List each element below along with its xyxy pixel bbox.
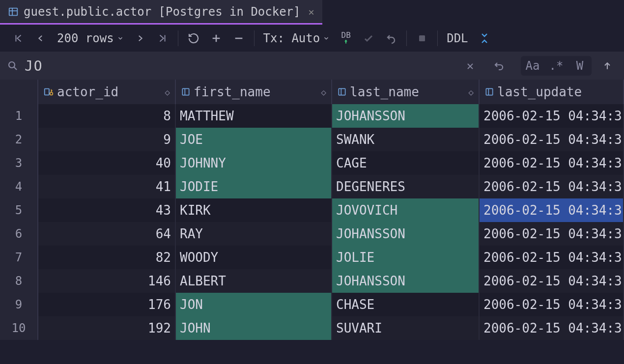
cell-actor-id[interactable]: 9 (38, 128, 176, 151)
table-row[interactable]: 18MATTHEWJOHANSSON2006-02-15 04:34:3 (0, 104, 624, 128)
cell-first-name[interactable]: JOE (176, 128, 332, 151)
table-row[interactable]: 340JOHNNYCAGE2006-02-15 04:34:3 (0, 151, 624, 175)
match-case-toggle[interactable]: Aa (521, 56, 544, 76)
table-row[interactable]: 29JOESWANK2006-02-15 04:34:3 (0, 128, 624, 151)
db-submit-button[interactable]: DB (335, 28, 357, 48)
cell-last-update[interactable]: 2006-02-15 04:34:3 (480, 128, 624, 151)
cell-last-name[interactable]: SWANK (332, 128, 480, 151)
clear-search-button[interactable]: ✕ (459, 56, 482, 76)
row-number[interactable]: 4 (0, 175, 38, 198)
cell-actor-id[interactable]: 146 (38, 269, 176, 293)
cell-actor-id[interactable]: 8 (38, 104, 176, 128)
cell-last-update[interactable]: 2006-02-15 04:34:3 (480, 175, 624, 198)
row-number[interactable]: 1 (0, 104, 38, 128)
cell-actor-id[interactable]: 82 (38, 246, 176, 269)
row-number[interactable]: 8 (0, 269, 38, 293)
cell-first-name[interactable]: JODIE (176, 175, 332, 198)
row-number[interactable]: 3 (0, 151, 38, 175)
first-page-button[interactable] (7, 28, 29, 48)
cell-last-update[interactable]: 2006-02-15 04:34:3 (480, 198, 624, 222)
cell-actor-id[interactable]: 41 (38, 175, 176, 198)
sort-icon[interactable]: ◇ (165, 87, 170, 97)
gutter-header[interactable] (0, 80, 38, 104)
reload-button[interactable] (182, 28, 205, 48)
cell-last-name[interactable]: JOHANSSON (332, 104, 480, 128)
cell-last-name[interactable]: SUVARI (332, 316, 480, 340)
table-row[interactable]: 8146ALBERTJOHANSSON2006-02-15 04:34:3 (0, 269, 624, 293)
sort-icon[interactable]: ◇ (321, 87, 326, 97)
move-up-button[interactable] (596, 56, 619, 76)
row-number[interactable]: 6 (0, 222, 38, 246)
cell-first-name[interactable]: JON (176, 293, 332, 316)
cell-last-name[interactable]: JOVOVICH (332, 198, 480, 222)
regex-toggle[interactable]: .* (544, 56, 568, 76)
separator (406, 30, 407, 46)
cell-last-update[interactable]: 2006-02-15 04:34:3 (480, 246, 624, 269)
row-number[interactable]: 2 (0, 128, 38, 151)
cell-last-name[interactable]: CHASE (332, 293, 480, 316)
table-row[interactable]: 782WOODYJOLIE2006-02-15 04:34:3 (0, 246, 624, 269)
cell-last-update[interactable]: 2006-02-15 04:34:3 (480, 293, 624, 316)
cell-actor-id[interactable]: 64 (38, 222, 176, 246)
table-row[interactable]: 441JODIEDEGENERES2006-02-15 04:34:3 (0, 175, 624, 198)
table-row[interactable]: 543KIRKJOVOVICH2006-02-15 04:34:3 (0, 198, 624, 222)
cell-first-name[interactable]: JOHN (176, 316, 332, 340)
data-grid: actor_id ◇ first_name ◇ last_name ◇ last… (0, 80, 624, 340)
cell-last-name[interactable]: DEGENERES (332, 175, 480, 198)
cell-last-name[interactable]: JOLIE (332, 246, 480, 269)
commit-button[interactable] (357, 28, 380, 48)
column-header-first-name[interactable]: first_name ◇ (176, 80, 332, 104)
cell-last-update[interactable]: 2006-02-15 04:34:3 (480, 316, 624, 340)
cell-first-name[interactable]: KIRK (176, 198, 332, 222)
ddl-button[interactable]: DDL (442, 31, 473, 45)
remove-row-button[interactable] (227, 28, 250, 48)
rollback-button[interactable] (380, 28, 402, 48)
cell-last-update[interactable]: 2006-02-15 04:34:3 (480, 151, 624, 175)
filter-toggle-button[interactable] (487, 56, 510, 76)
cell-first-name[interactable]: MATTHEW (176, 104, 332, 128)
next-page-button[interactable] (129, 28, 151, 48)
table-row[interactable]: 10192JOHNSUVARI2006-02-15 04:34:3 (0, 316, 624, 340)
cell-actor-id[interactable]: 43 (38, 198, 176, 222)
cell-first-name[interactable]: ALBERT (176, 269, 332, 293)
cell-actor-id[interactable]: 192 (38, 316, 176, 340)
table-row[interactable]: 664RAYJOHANSSON2006-02-15 04:34:3 (0, 222, 624, 246)
column-header-actor-id[interactable]: actor_id ◇ (38, 80, 176, 104)
row-number[interactable]: 9 (0, 293, 38, 316)
editor-tab[interactable]: guest.public.actor [Postgres in Docker] … (0, 0, 322, 25)
last-page-button[interactable] (151, 28, 174, 48)
cell-last-update[interactable]: 2006-02-15 04:34:3 (480, 104, 624, 128)
column-header-last-name[interactable]: last_name ◇ (332, 80, 480, 104)
search-input[interactable] (25, 58, 453, 74)
prev-page-button[interactable] (29, 28, 52, 48)
tx-dropdown[interactable]: Tx: Auto (258, 31, 335, 45)
collapse-button[interactable] (473, 28, 496, 48)
row-number[interactable]: 10 (0, 316, 38, 340)
words-toggle[interactable]: W (568, 56, 592, 76)
add-row-button[interactable] (205, 28, 227, 48)
cell-actor-id[interactable]: 40 (38, 151, 176, 175)
column-header-last-update[interactable]: last_update (480, 80, 624, 104)
cell-actor-id[interactable]: 176 (38, 293, 176, 316)
cell-last-name[interactable]: JOHANSSON (332, 222, 480, 246)
separator (178, 30, 178, 46)
close-icon[interactable]: ✕ (309, 6, 314, 18)
cell-last-update[interactable]: 2006-02-15 04:34:3 (480, 269, 624, 293)
table-row[interactable]: 9176JONCHASE2006-02-15 04:34:3 (0, 293, 624, 316)
cell-first-name[interactable]: RAY (176, 222, 332, 246)
stop-button[interactable] (411, 28, 433, 48)
cell-first-name[interactable]: WOODY (176, 246, 332, 269)
cell-first-name[interactable]: JOHNNY (176, 151, 332, 175)
cell-last-name[interactable]: JOHANSSON (332, 269, 480, 293)
separator (254, 30, 255, 46)
tab-title: guest.public.actor [Postgres in Docker] (24, 5, 301, 19)
rows-dropdown[interactable]: 200 rows (52, 31, 129, 45)
svg-rect-3 (45, 89, 49, 95)
svg-rect-6 (339, 88, 345, 95)
svg-rect-0 (9, 8, 18, 15)
row-number[interactable]: 5 (0, 198, 38, 222)
cell-last-name[interactable]: CAGE (332, 151, 480, 175)
cell-last-update[interactable]: 2006-02-15 04:34:3 (480, 222, 624, 246)
row-number[interactable]: 7 (0, 246, 38, 269)
sort-icon[interactable]: ◇ (468, 87, 474, 97)
